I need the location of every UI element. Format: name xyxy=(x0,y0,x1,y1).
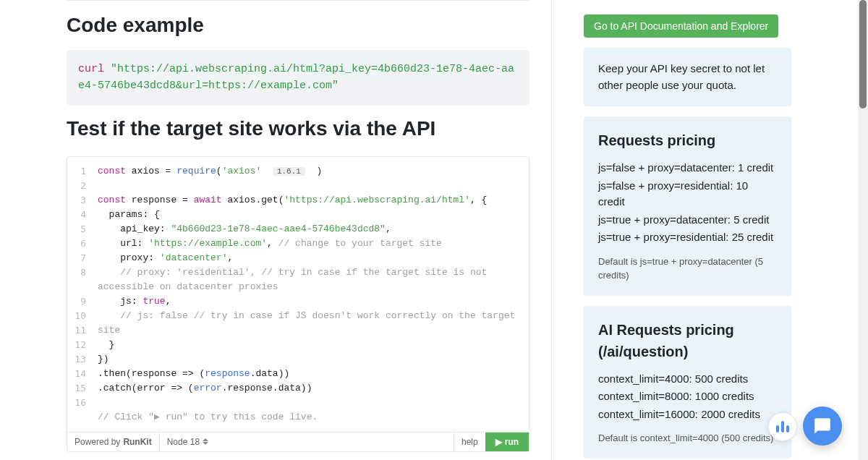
main-content: Code example curl "https://api.webscrapi… xyxy=(0,0,552,460)
runkit-footer: Powered by RunKit Node 18 help ▶ run xyxy=(67,432,529,451)
sort-icon xyxy=(203,438,208,445)
secret-warning-card: Keep your API key secret to not let othe… xyxy=(584,48,791,106)
version-badge: 1.6.1 xyxy=(273,167,305,176)
audio-fab[interactable] xyxy=(768,412,797,441)
divider xyxy=(67,0,529,1)
curl-cmd: curl xyxy=(78,63,104,75)
run-button[interactable]: ▶ run xyxy=(485,433,529,451)
powered-by[interactable]: Powered by RunKit xyxy=(67,433,159,451)
curl-example-box: curl "https://api.webscraping.ai/html?ap… xyxy=(67,50,529,106)
curl-url: "https://api.webscraping.ai/html?api_key… xyxy=(78,63,514,92)
chat-icon xyxy=(813,417,832,435)
node-version-selector[interactable]: Node 18 xyxy=(159,433,216,451)
ai-pricing-card: AI Requests pricing (/ai/question) conte… xyxy=(584,306,791,459)
play-icon: ▶ xyxy=(495,437,502,447)
sidebar: Go to API Documentation and Explorer Kee… xyxy=(552,0,868,460)
help-link[interactable]: help xyxy=(454,433,485,451)
scrollbar-track[interactable] xyxy=(858,0,868,460)
pricing-title: Requests pricing xyxy=(598,129,777,151)
bars-icon xyxy=(776,421,789,433)
scrollbar-thumb[interactable] xyxy=(859,0,867,108)
api-docs-button[interactable]: Go to API Documentation and Explorer xyxy=(584,14,778,38)
ai-pricing-title: AI Requests pricing (/ai/question) xyxy=(598,319,777,362)
runkit-embed: 1 2 3 4 5 6 7 8 9 10 11 12 13 14 15 16 xyxy=(67,156,529,452)
line-gutter: 1 2 3 4 5 6 7 8 9 10 11 12 13 14 15 16 xyxy=(67,157,90,417)
heading-test: Test if the target site works via the AP… xyxy=(67,117,529,140)
chat-fab[interactable] xyxy=(803,406,842,446)
heading-code-example: Code example xyxy=(67,14,529,37)
pricing-card: Requests pricing js=false + proxy=datace… xyxy=(584,116,791,296)
code-editor[interactable]: const axios = require('axios' 1.6.1 ) co… xyxy=(67,157,529,432)
